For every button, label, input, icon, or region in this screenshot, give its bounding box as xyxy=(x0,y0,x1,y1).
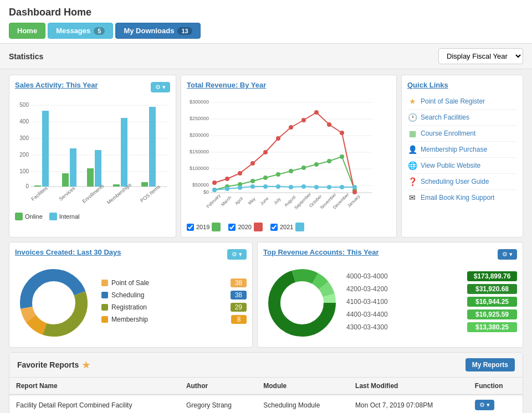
invoices-donut-area: Point of Sale 38 Scheduling 38 xyxy=(15,264,247,342)
rev-row-3: 4100-03-4100 $16,944.25 xyxy=(346,297,517,307)
favorite-star-icon: ★ xyxy=(82,360,90,370)
svg-point-46 xyxy=(276,172,280,177)
rev-amount-4: $16,925.59 xyxy=(467,309,517,319)
svg-point-70 xyxy=(276,184,280,189)
svg-text:March: March xyxy=(220,195,232,207)
card-quick-links: Quick Links ★ Point of Sale Register 🕐 S… xyxy=(401,75,523,238)
card-top-revenue: Top Revenue Accounts: This Year ⚙ ▾ xyxy=(257,242,523,348)
svg-text:February: February xyxy=(206,193,222,209)
legend-2019-checkbox[interactable] xyxy=(187,224,194,231)
tab-bar: Home Messages 5 My Downloads 13 xyxy=(9,23,523,39)
rev-amount-5: $13,380.25 xyxy=(467,322,517,332)
ql-facilities[interactable]: 🕐 Search Facilities xyxy=(407,110,517,126)
page-title: Dashboard Home xyxy=(9,7,523,18)
scheduling-color xyxy=(101,292,108,298)
top-revenue-gear-button[interactable]: ⚙ ▾ xyxy=(498,249,517,260)
svg-point-45 xyxy=(263,175,268,180)
fiscal-year-selector[interactable]: Display Fiscal Year xyxy=(438,48,523,64)
svg-text:$150000: $150000 xyxy=(190,149,209,154)
scheduling-count: 38 xyxy=(231,291,247,300)
ql-membership[interactable]: 👤 Membership Purchase xyxy=(407,142,517,158)
tab-downloads[interactable]: My Downloads 13 xyxy=(115,23,200,39)
ql-website[interactable]: 🌐 View Public Website xyxy=(407,158,517,174)
legend-internal: Internal xyxy=(49,213,80,220)
ql-pos[interactable]: ★ Point of Sale Register xyxy=(407,94,517,110)
svg-point-50 xyxy=(327,159,331,163)
legend-2020-checkbox[interactable] xyxy=(228,224,236,231)
svg-text:200: 200 xyxy=(19,152,29,158)
rev-row-1: 4000-03-4000 $173,899.76 xyxy=(346,271,517,281)
revenue-line-chart: $300000 $250000 $200000 $150000 $100000 … xyxy=(187,97,375,219)
svg-text:$250000: $250000 xyxy=(190,116,209,121)
card-sales-header: Sales Activity: This Year ⚙ ▾ xyxy=(15,81,170,94)
svg-point-64 xyxy=(352,190,357,194)
rev-row-2: 4200-03-4200 $31,920.68 xyxy=(346,284,517,294)
help-icon: ❓ xyxy=(407,177,417,187)
fiscal-year-select[interactable]: Display Fiscal Year xyxy=(438,48,523,64)
clock-icon: 🕐 xyxy=(407,112,417,122)
sales-gear-button[interactable]: ⚙ ▾ xyxy=(151,82,170,92)
ql-support[interactable]: ✉ Email Book King Support xyxy=(407,190,517,205)
svg-point-67 xyxy=(238,185,242,190)
color-2021 xyxy=(295,223,304,231)
svg-point-47 xyxy=(289,169,293,173)
invoices-gear-button[interactable]: ⚙ ▾ xyxy=(227,249,247,260)
svg-point-93 xyxy=(37,286,70,319)
page-wrapper: Dashboard Home Home Messages 5 My Downlo… xyxy=(0,0,532,413)
revenue-title: Total Revenue: By Year xyxy=(187,81,266,89)
rev-amount-1: $173,899.76 xyxy=(467,271,517,281)
svg-text:$300000: $300000 xyxy=(190,99,209,105)
svg-text:300: 300 xyxy=(19,135,29,141)
online-color xyxy=(15,213,23,220)
legend-registration: Registration 29 xyxy=(101,303,247,312)
quick-links-title: Quick Links xyxy=(407,81,517,89)
calendar-icon: ▦ xyxy=(407,128,417,138)
rev-row-5: 4300-03-4300 $13,380.25 xyxy=(346,322,517,332)
ql-enrollment[interactable]: ▦ Course Enrollment xyxy=(407,126,517,142)
svg-point-99 xyxy=(285,286,319,319)
globe-icon: 🌐 xyxy=(407,161,417,171)
svg-point-66 xyxy=(225,187,229,191)
table-row: Facility Detail Report Combined Facility… xyxy=(9,395,523,413)
svg-text:$200000: $200000 xyxy=(190,132,209,138)
tab-home[interactable]: Home xyxy=(9,23,45,39)
svg-point-57 xyxy=(263,150,268,154)
legend-2020[interactable]: 2020 xyxy=(228,223,262,231)
report-module: Scheduling Module xyxy=(257,395,349,413)
legend-2021-checkbox[interactable] xyxy=(270,224,278,231)
svg-rect-20 xyxy=(141,182,148,187)
legend-2021[interactable]: 2021 xyxy=(270,223,304,231)
invoices-header: Invoices Created: Last 30 Days ⚙ ▾ xyxy=(15,248,247,261)
card-sales-activity: Sales Activity: This Year ⚙ ▾ 500 400 30… xyxy=(9,75,176,238)
svg-point-53 xyxy=(212,180,217,185)
svg-text:100: 100 xyxy=(19,168,29,174)
legend-2019[interactable]: 2019 xyxy=(187,223,221,231)
svg-text:September: September xyxy=(293,192,312,210)
legend-scheduling: Scheduling 38 xyxy=(101,291,247,300)
svg-point-56 xyxy=(250,161,255,166)
person-icon: 👤 xyxy=(407,144,417,154)
reports-table: Report Name Author Module Last Modified … xyxy=(9,378,523,413)
svg-rect-18 xyxy=(113,184,120,187)
svg-text:June: June xyxy=(259,196,270,206)
tab-messages[interactable]: Messages 5 xyxy=(48,23,113,39)
report-author: Gregory Strang xyxy=(180,395,257,413)
svg-rect-14 xyxy=(62,173,69,187)
svg-point-72 xyxy=(301,184,306,189)
report-function[interactable]: ⚙ ▾ xyxy=(468,395,523,413)
my-reports-button[interactable]: My Reports xyxy=(466,358,515,371)
svg-point-61 xyxy=(314,110,319,115)
svg-point-76 xyxy=(352,185,357,189)
col-author: Author xyxy=(180,378,257,395)
ql-guide[interactable]: ❓ Scheduling User Guide xyxy=(407,174,517,190)
svg-point-58 xyxy=(276,136,280,141)
email-icon: ✉ xyxy=(407,193,417,203)
quick-links-list: ★ Point of Sale Register 🕐 Search Facili… xyxy=(407,94,517,205)
registration-color xyxy=(101,304,108,311)
svg-rect-17 xyxy=(95,150,101,187)
report-gear-button[interactable]: ⚙ ▾ xyxy=(475,400,494,410)
revenue-legend: 2019 2020 2021 xyxy=(187,223,391,231)
fav-reports-title: Favorite Reports ★ xyxy=(17,360,90,370)
svg-text:400: 400 xyxy=(19,118,29,125)
col-function: Function xyxy=(468,378,523,395)
